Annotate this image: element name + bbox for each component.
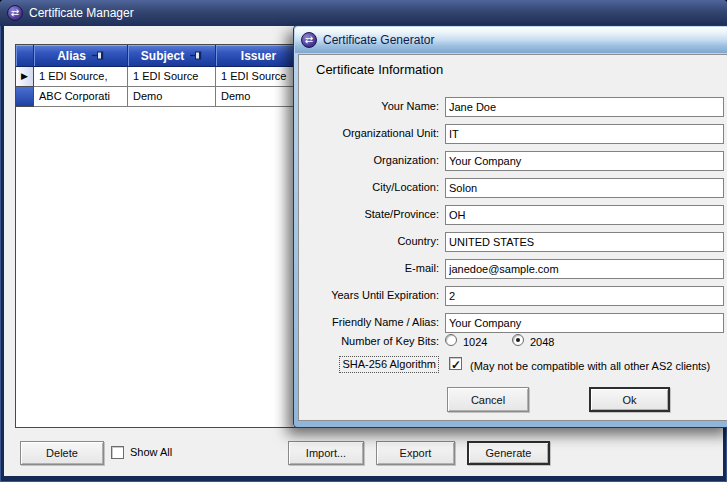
years-until-expiration-label: Years Until Expiration:: [299, 286, 439, 306]
city-location-input[interactable]: [445, 178, 724, 198]
sha256-note: (May not be compatible with all other AS…: [470, 357, 710, 375]
organizational-unit-label: Organizational Unit:: [299, 124, 439, 144]
key-bits-2048-label: 2048: [530, 333, 554, 351]
country-input[interactable]: [445, 232, 724, 252]
email-input[interactable]: [445, 259, 724, 279]
years-until-expiration-input[interactable]: [445, 286, 724, 306]
your-name-input[interactable]: [445, 97, 724, 117]
dialog-client: Certificate Information Your Name: Organ…: [298, 54, 727, 421]
field-row-your-name: Your Name:: [299, 97, 727, 117]
app-logo-icon: ⇄: [7, 5, 23, 21]
alias-cell[interactable]: ABC Corporati: [34, 87, 128, 107]
current-row-arrow-icon: ▶: [21, 71, 28, 81]
issuer-cell[interactable]: 1 EDI Source: [216, 67, 302, 87]
app-logo-icon: ⇄: [301, 32, 317, 48]
sha256-algorithm-label: SHA-256 Algorithm: [339, 356, 439, 373]
friendly-name-alias-input[interactable]: [445, 313, 724, 333]
pin-icon[interactable]: [190, 51, 202, 60]
table-row[interactable]: ▶ ABC Corporati Demo Demo: [16, 87, 302, 107]
cancel-button[interactable]: Cancel: [447, 387, 529, 412]
certificate-generator-dialog: ⇄ Certificate Generator Certificate Info…: [293, 25, 727, 428]
main-window-titlebar[interactable]: ⇄ Certificate Manager: [0, 0, 727, 26]
friendly-name-alias-label: Friendly Name / Alias:: [299, 313, 439, 333]
country-label: Country:: [299, 232, 439, 252]
grid-header-alias[interactable]: Alias: [34, 45, 128, 66]
organization-label: Organization:: [299, 151, 439, 171]
field-row-country: Country:: [299, 232, 727, 252]
main-window-title: Certificate Manager: [29, 6, 134, 20]
grid-header-row: Alias Subject: [16, 45, 302, 67]
key-bits-1024-label: 1024: [463, 333, 487, 351]
certificate-grid: Alias Subject: [15, 44, 303, 428]
field-row-organizational-unit: Organizational Unit:: [299, 124, 727, 144]
field-row-email: E-mail:: [299, 259, 727, 279]
state-province-label: State/Province:: [299, 205, 439, 225]
dialog-title: Certificate Generator: [323, 33, 434, 47]
certificate-information-heading: Certificate Information: [316, 62, 443, 77]
organizational-unit-input[interactable]: [445, 124, 724, 144]
show-all-label: Show All: [130, 446, 172, 458]
number-of-key-bits-label: Number of Key Bits:: [299, 332, 439, 352]
field-row-state-province: State/Province:: [299, 205, 727, 225]
alias-header-label: Alias: [57, 49, 86, 63]
field-row-years-until-expiration: Years Until Expiration:: [299, 286, 727, 306]
field-row-friendly-name-alias: Friendly Name / Alias:: [299, 313, 727, 333]
export-button[interactable]: Export: [376, 441, 455, 465]
key-bits-2048-radio[interactable]: [512, 334, 524, 346]
table-row[interactable]: ▶ 1 EDI Source, 1 EDI Source 1 EDI Sourc…: [16, 67, 302, 87]
key-bits-row: Number of Key Bits: 1024 2048: [299, 332, 727, 350]
grid-header-issuer[interactable]: Issuer: [216, 45, 302, 66]
email-label: E-mail:: [299, 259, 439, 279]
show-all-checkbox[interactable]: [111, 446, 124, 459]
ok-button[interactable]: Ok: [589, 387, 670, 412]
city-location-label: City/Location:: [299, 178, 439, 198]
subject-header-label: Subject: [141, 49, 184, 63]
sha256-algorithm-label-wrap: SHA-256 Algorithm: [299, 356, 439, 376]
subject-cell[interactable]: 1 EDI Source: [128, 67, 216, 87]
grid-header-selector: [16, 45, 34, 66]
sha256-checkbox[interactable]: [449, 357, 462, 370]
subject-cell[interactable]: Demo: [128, 87, 216, 107]
field-row-organization: Organization:: [299, 151, 727, 171]
your-name-label: Your Name:: [299, 97, 439, 117]
pin-icon[interactable]: [92, 51, 104, 60]
grid-header-subject[interactable]: Subject: [128, 45, 216, 66]
organization-input[interactable]: [445, 151, 724, 171]
state-province-input[interactable]: [445, 205, 724, 225]
row-selector[interactable]: ▶: [16, 87, 34, 107]
dialog-titlebar[interactable]: ⇄ Certificate Generator: [295, 27, 727, 53]
generate-button[interactable]: Generate: [467, 441, 550, 465]
issuer-header-label: Issuer: [241, 49, 276, 63]
sha256-row: SHA-256 Algorithm (May not be compatible…: [299, 356, 727, 374]
row-selector[interactable]: ▶: [16, 67, 34, 87]
key-bits-1024-radio[interactable]: [445, 334, 457, 346]
field-row-city-location: City/Location:: [299, 178, 727, 198]
issuer-cell[interactable]: Demo: [216, 87, 302, 107]
screen: ⇄ Certificate Manager Alias: [0, 0, 727, 482]
alias-cell[interactable]: 1 EDI Source,: [34, 67, 128, 87]
delete-button[interactable]: Delete: [20, 441, 104, 465]
import-button[interactable]: Import...: [288, 441, 364, 465]
